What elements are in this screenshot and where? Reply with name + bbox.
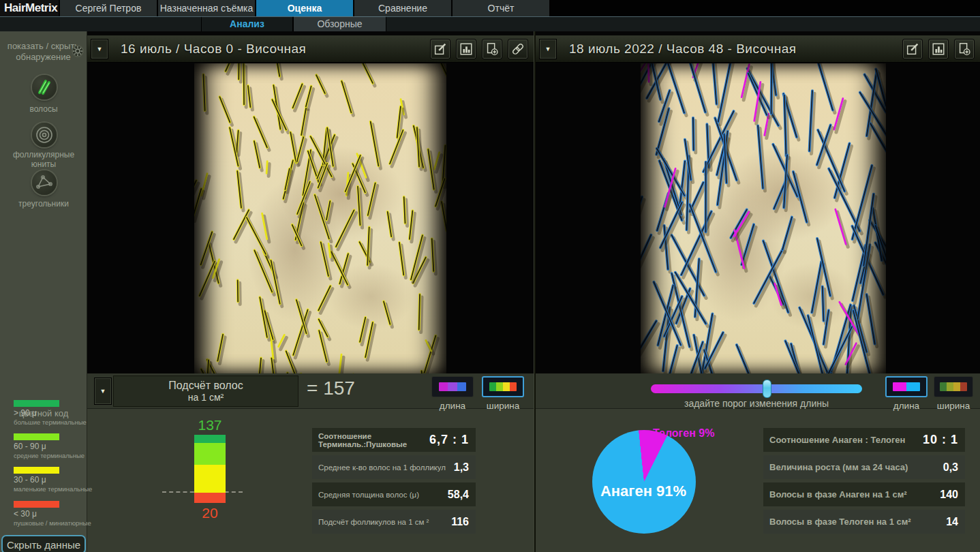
toggle-follicular-units-label: фолликулярные юниты	[0, 150, 87, 169]
add-note-button[interactable]	[482, 39, 502, 59]
table-row: Величина роста (мм за 24 часа) 0,3	[763, 455, 965, 479]
link-button[interactable]	[508, 39, 528, 59]
length-gradient-swatch	[893, 382, 920, 391]
bar-segment	[194, 443, 226, 465]
bar-bottom-value: 20	[176, 505, 244, 521]
follicular-units-icon	[34, 125, 55, 145]
left-image-header: ▼ 16 июль / Часов 0 - Височная	[87, 35, 534, 63]
left-image-title: 16 июль / Часов 0 - Височная	[121, 42, 306, 57]
bar-segment	[194, 493, 226, 503]
hair-count-dropdown[interactable]: ▼	[94, 378, 112, 405]
edit-button[interactable]	[430, 39, 450, 59]
triangles-icon	[34, 172, 55, 193]
panel-divider	[534, 31, 536, 552]
table-row: Средняя толщина волос (μ) 58,4	[312, 482, 476, 506]
toggle-hairs-button[interactable]	[32, 75, 57, 99]
length-button-label[interactable]: длина	[885, 401, 928, 411]
sidebar: показать / скрыть обнаружение в	[0, 31, 87, 552]
tab-comparison[interactable]: Сравнение	[354, 0, 451, 16]
table-row: Соотношение Анаген : Телоген 10 : 1	[763, 428, 965, 452]
add-note-button[interactable]	[954, 39, 975, 59]
right-image-dropdown[interactable]: ▼	[539, 39, 557, 59]
left-skin-region	[194, 63, 446, 374]
legend-name: средние терминальные	[14, 452, 85, 459]
edit-icon	[905, 42, 920, 57]
chevron-down-icon: ▼	[545, 46, 551, 52]
length-threshold-slider[interactable]	[651, 384, 862, 393]
table-row: Среднее к-во волос на 1 фолликул 1,3	[312, 455, 476, 479]
subtab-analysis[interactable]: Анализ	[201, 16, 293, 31]
legend-swatch-medium-terminal	[14, 433, 59, 440]
legend-swatch-small-terminal	[14, 467, 59, 474]
top-navigation: HairMetrix Сергей Петров Назначенная съё…	[0, 0, 980, 16]
table-row: Волосы в фазе Анаген на 1 см² 140	[763, 482, 965, 506]
link-icon	[510, 42, 525, 57]
left-stat-table: Соотношение Терминаль.:Пушковые 6,7 : 1 …	[312, 428, 476, 534]
right-stat-table: Соотношение Анаген : Телоген 10 : 1 Вели…	[763, 428, 965, 534]
add-note-icon	[957, 42, 972, 57]
right-trichoscopy-image[interactable]	[536, 63, 980, 374]
tab-patient[interactable]: Сергей Петров	[60, 0, 157, 16]
legend-swatch-large-terminal	[14, 400, 59, 407]
slider-caption: задайте порог изменения длины	[651, 398, 862, 409]
legend-range: < 30 μ	[14, 509, 37, 519]
table-row: Соотношение Терминаль.:Пушковые 6,7 : 1	[312, 428, 476, 452]
slider-handle[interactable]	[763, 380, 771, 398]
anagen-telogen-pie-chart	[592, 430, 696, 534]
settings-gear-icon[interactable]	[70, 44, 85, 61]
right-skin-region	[641, 63, 886, 374]
toggle-hairs-label: волосы	[0, 104, 87, 114]
sub-navigation: Анализ Обзорные	[0, 16, 980, 31]
app-logo: HairMetrix	[0, 0, 59, 16]
length-color-mode-button[interactable]	[885, 376, 928, 397]
chart-icon	[931, 42, 946, 57]
right-data-panel: задайте порог изменения длины длина шири…	[536, 373, 980, 552]
pie-anagen-label: Анаген 91%	[596, 482, 691, 500]
right-image-title: 18 июль 2022 / Часов 48 - Височная	[569, 42, 797, 57]
hair-overlay	[641, 63, 886, 374]
left-data-header: ▼ Подсчёт волос на 1 см² = 157 длина шир…	[87, 373, 534, 409]
hide-data-button[interactable]: Скрыть данные	[1, 535, 86, 552]
toggle-triangles-button[interactable]	[32, 170, 57, 195]
legend-range: 30 - 60 μ	[14, 475, 46, 485]
length-button-label[interactable]: длина	[431, 401, 474, 411]
right-image-header: ▼ 18 июль 2022 / Часов 48 - Височная	[536, 35, 980, 63]
left-image-dropdown[interactable]: ▼	[91, 39, 108, 59]
length-gradient-swatch	[439, 382, 466, 391]
tab-report[interactable]: Отчёт	[453, 0, 549, 16]
bar-top-value: 137	[176, 417, 244, 433]
legend-range: > 90 μ	[14, 408, 37, 418]
width-gradient-swatch	[489, 382, 517, 391]
length-color-mode-button[interactable]	[431, 376, 474, 397]
tab-assessment[interactable]: Оценка	[256, 0, 353, 16]
width-distribution-bar	[194, 435, 226, 503]
pie-telogen-label: Телоген 9%	[653, 427, 714, 440]
width-color-mode-button[interactable]	[934, 376, 973, 397]
toggle-follicular-units-button[interactable]	[32, 123, 57, 147]
chart-icon	[459, 42, 474, 57]
add-note-icon	[485, 42, 500, 57]
table-row: Волосы в фазе Телоген на 1 см² 14	[763, 510, 965, 534]
width-color-mode-button[interactable]	[482, 376, 524, 397]
toggle-triangles-label: треугольники	[0, 199, 87, 209]
legend-swatch-vellus	[14, 501, 59, 508]
tab-scheduled-capture[interactable]: Назначенная съёмка	[158, 0, 255, 16]
width-button-label[interactable]: ширина	[482, 401, 524, 411]
legend-range: 60 - 90 μ	[14, 442, 46, 451]
edit-button[interactable]	[902, 39, 923, 59]
width-button-label[interactable]: ширина	[934, 401, 973, 411]
bar-segment	[194, 435, 226, 443]
followup-capture-panel: ▼ 18 июль 2022 / Часов 48 - Височная	[536, 35, 980, 552]
chart-button[interactable]	[928, 39, 949, 59]
hair-count-value: = 157	[307, 378, 355, 399]
subtab-overview[interactable]: Обзорные	[293, 16, 386, 31]
legend-name: большие терминальные	[14, 418, 87, 426]
left-data-panel: ▼ Подсчёт волос на 1 см² = 157 длина шир…	[87, 373, 534, 552]
hair-overlay	[194, 63, 446, 374]
legend-name: пушковые / миниатюрные	[14, 519, 91, 527]
baseline-capture-panel: ▼ 16 июль / Часов 0 - Височная	[87, 35, 534, 552]
left-trichoscopy-image[interactable]	[87, 63, 534, 374]
width-gradient-swatch	[940, 382, 967, 391]
chart-button[interactable]	[456, 39, 476, 59]
chevron-down-icon: ▼	[100, 388, 106, 395]
